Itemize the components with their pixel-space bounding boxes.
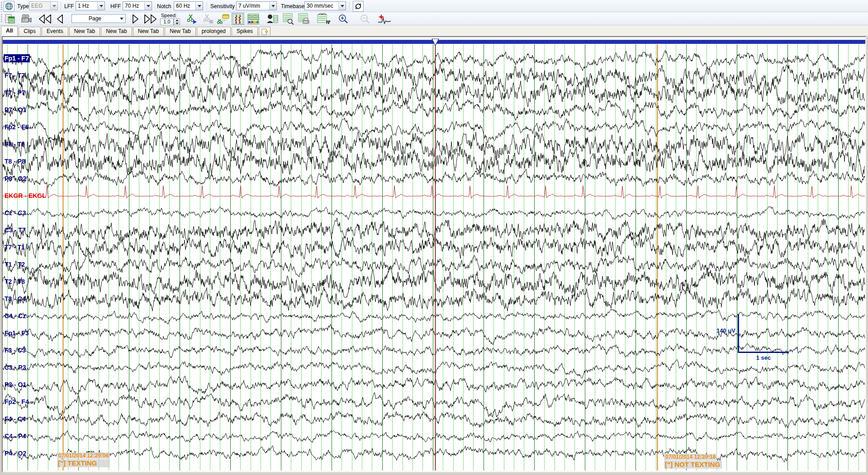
- channel-label[interactable]: T1 - T2: [4, 260, 26, 268]
- event-annotation-not-texting: 07/01/2014 12:29:18 ["] NOT TEXTING: [664, 452, 722, 469]
- notch-label: Notch: [157, 3, 171, 9]
- sensitivity-select[interactable]: 7 uV/mm: [236, 1, 277, 10]
- new-page-icon: [261, 28, 268, 35]
- channel-label[interactable]: Fp2 - F4: [4, 398, 30, 406]
- step-forward-icon[interactable]: [131, 13, 140, 25]
- eeg-display-area: Fp1 - F7F7 - T7T7 - P7P7 - O1Fp2 - F8F8 …: [2, 36, 866, 472]
- tab-new-tab-3[interactable]: New Tab: [133, 27, 164, 36]
- position-marker[interactable]: [432, 38, 439, 47]
- channel-label[interactable]: Fp2 - F8: [4, 123, 30, 131]
- eeg-canvas[interactable]: [3, 37, 865, 471]
- zoom-out-icon[interactable]: [359, 13, 371, 25]
- scale-time-label: 1 sec: [738, 354, 789, 361]
- lff-label: LFF: [64, 3, 74, 9]
- spinner-down-icon: [175, 23, 179, 24]
- channel-label[interactable]: F4 - C4: [4, 415, 27, 423]
- settings-toolbar: Type EEG LFF 1 Hz HFF 70 Hz Notch 60 Hz …: [0, 0, 868, 12]
- channel-label[interactable]: C3 - T7: [4, 226, 27, 234]
- tab-new-tab-2[interactable]: New Tab: [101, 27, 132, 36]
- event-timestamp: 07/01/2014 12:29:06: [57, 452, 110, 459]
- chevron-down-icon: [97, 2, 104, 10]
- timebase-label: Timebase: [281, 3, 304, 9]
- clip-save-icon[interactable]: [217, 13, 230, 25]
- review-search-icon[interactable]: [282, 13, 295, 25]
- channel-label[interactable]: P4 - O2: [4, 449, 27, 457]
- channel-label[interactable]: C4 - Cz: [4, 312, 27, 320]
- event-timestamp: 07/01/2014 12:29:18: [664, 454, 717, 460]
- channel-label[interactable]: T2 - T8: [4, 277, 26, 286]
- channel-label[interactable]: Fp1 - F7: [4, 54, 30, 62]
- channel-label[interactable]: T7 - T1: [4, 243, 26, 251]
- channel-label[interactable]: Cz - C3: [4, 209, 27, 217]
- channel-label[interactable]: P3 - O1: [4, 381, 27, 389]
- channel-label[interactable]: T7 - P7: [4, 89, 26, 97]
- scale-voltage-label: 140 uV: [686, 327, 735, 334]
- eeg-review-window: Type EEG LFF 1 Hz HFF 70 Hz Notch 60 Hz …: [0, 0, 868, 475]
- chevron-down-icon: [144, 2, 152, 10]
- channel-label[interactable]: F8 - T8: [4, 140, 26, 148]
- chevron-down-icon: [118, 14, 125, 23]
- separator: [61, 2, 62, 10]
- chevron-down-icon: [269, 2, 276, 10]
- workspace-report-icon[interactable]: [4, 13, 16, 25]
- tab-spikes[interactable]: Spikes: [232, 27, 258, 36]
- channel-label[interactable]: Fp1 - F3: [4, 329, 30, 337]
- channel-label[interactable]: F3 - C3: [4, 346, 27, 354]
- clip-stop-icon[interactable]: [202, 13, 214, 25]
- display-settings-icon[interactable]: [247, 13, 260, 25]
- timebase-select[interactable]: 30 mm/sec: [304, 1, 346, 10]
- page-select[interactable]: Page: [71, 14, 126, 23]
- fast-backward-icon[interactable]: [38, 13, 52, 25]
- spike-marker-icon[interactable]: [377, 13, 392, 25]
- globe-icon[interactable]: [4, 1, 14, 12]
- speed-label: Speed:: [161, 13, 177, 18]
- chevron-down-icon: [195, 2, 203, 10]
- speed-spinner: Speed: 1.0: [160, 12, 181, 25]
- lff-select[interactable]: 1 Hz: [76, 1, 105, 10]
- add-tab-button[interactable]: [259, 27, 270, 36]
- channel-label[interactable]: F7 - T7: [4, 71, 26, 80]
- channel-label[interactable]: C4 - P4: [4, 432, 27, 440]
- type-label: Type: [17, 3, 29, 9]
- zoom-in-icon[interactable]: [337, 13, 350, 25]
- hff-label: HFF: [110, 3, 121, 9]
- chevron-down-icon: [50, 2, 57, 10]
- svg-text:N: N: [326, 20, 329, 25]
- video-camera-icon[interactable]: [20, 13, 33, 25]
- review-print-icon[interactable]: [298, 13, 310, 25]
- fast-forward-icon[interactable]: [143, 13, 157, 25]
- channel-label[interactable]: P8 - O2: [4, 174, 27, 183]
- channel-label[interactable]: P7 - O1: [4, 106, 27, 114]
- separator: [207, 2, 208, 10]
- refresh-icon[interactable]: [353, 1, 364, 12]
- tab-events[interactable]: Events: [42, 27, 68, 36]
- tab-clips[interactable]: Clips: [19, 27, 41, 36]
- hff-select[interactable]: 70 Hz: [123, 1, 152, 10]
- channel-label[interactable]: EKGR - EKGL: [4, 192, 47, 200]
- channel-label[interactable]: C3 - P3: [4, 363, 27, 372]
- channel-label[interactable]: T8 - P8: [4, 157, 26, 165]
- patient-info-icon[interactable]: [266, 13, 279, 25]
- tab-new-tab-4[interactable]: New Tab: [165, 27, 195, 36]
- spinner-up-icon: [175, 19, 179, 21]
- montage-toggle-icon[interactable]: [232, 13, 244, 25]
- chevron-down-icon: [338, 2, 346, 10]
- tab-prolonged[interactable]: prolonged: [197, 27, 231, 36]
- speed-value-field[interactable]: 1.0: [160, 19, 174, 25]
- notch-select[interactable]: 60 Hz: [174, 1, 203, 10]
- event-label: ["] NOT TEXTING: [664, 461, 722, 469]
- review-notes-icon[interactable]: N: [317, 13, 332, 25]
- type-select[interactable]: EEG: [29, 1, 58, 10]
- sensitivity-label: Sensitivity: [210, 3, 235, 9]
- toolbar-grip[interactable]: [1, 14, 2, 23]
- speed-stepper[interactable]: [174, 19, 180, 25]
- tab-new-tab-1[interactable]: New Tab: [69, 27, 100, 36]
- toolbar-grip[interactable]: [1, 2, 2, 10]
- channel-label[interactable]: T8 - C4: [4, 295, 27, 303]
- event-annotation-texting: 07/01/2014 12:29:06 ["] TEXTING: [57, 451, 110, 467]
- clip-play-icon[interactable]: [185, 13, 198, 25]
- event-label: ["] TEXTING: [57, 459, 110, 467]
- tab-all[interactable]: All: [1, 26, 18, 36]
- separator: [349, 2, 350, 10]
- step-backward-icon[interactable]: [55, 13, 64, 25]
